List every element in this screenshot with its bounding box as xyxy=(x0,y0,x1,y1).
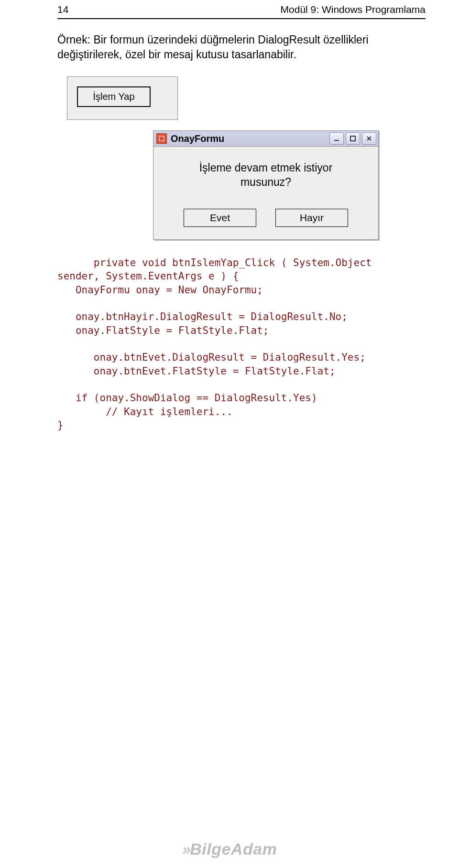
svg-rect-0 xyxy=(159,136,164,141)
titlebar: OnayFormu xyxy=(153,131,378,147)
code-line: onay.btnHayir.DialogResult = DialogResul… xyxy=(57,311,348,322)
app-icon xyxy=(156,133,167,144)
code-block: private void btnIslemYap_Click ( System.… xyxy=(57,256,426,432)
intro-paragraph: Örnek: Bir formun üzerindeki düğmelerin … xyxy=(57,32,426,62)
dialog-message-line2: musunuz? xyxy=(240,176,291,188)
dialog-message: İşleme devam etmek istiyor musunuz? xyxy=(168,161,364,190)
code-line: onay.btnEvet.DialogResult = DialogResult… xyxy=(57,352,366,363)
dialog-title: OnayFormu xyxy=(171,133,329,144)
header-title: Modül 9: Windows Programlama xyxy=(281,4,426,15)
hayir-button[interactable]: Hayır xyxy=(275,209,348,227)
header-rule xyxy=(57,18,426,19)
code-line: if (onay.ShowDialog == DialogResult.Yes) xyxy=(57,392,317,404)
code-line: // Kayıt işlemleri... xyxy=(57,406,233,418)
svg-rect-1 xyxy=(334,140,339,141)
code-line: private void btnIslemYap_Click ( System.… xyxy=(57,257,372,268)
code-line: sender, System.EventArgs e ) { xyxy=(57,270,239,282)
window-fragment: İşlem Yap xyxy=(67,76,178,120)
code-line: onay.btnEvet.FlatStyle = FlatStyle.Flat; xyxy=(57,365,336,377)
code-line: OnayFormu onay = New OnayFormu; xyxy=(57,284,263,296)
code-line: onay.FlatStyle = FlatStyle.Flat; xyxy=(57,325,269,336)
figure: İşlem Yap OnayFormu xyxy=(57,76,426,240)
footer-brand-text: BilgeAdam xyxy=(190,840,277,858)
svg-rect-2 xyxy=(350,136,355,141)
logo-arrow-icon: ›› xyxy=(182,840,189,858)
minimize-icon[interactable] xyxy=(329,132,344,145)
footer-logo: ››BilgeAdam xyxy=(0,840,459,858)
maximize-icon[interactable] xyxy=(346,132,360,145)
evet-button[interactable]: Evet xyxy=(184,209,256,227)
dialog-message-line1: İşleme devam etmek istiyor xyxy=(199,161,333,174)
dialog-window: OnayFormu İşleme devam etmek istiyor xyxy=(153,130,379,240)
page-number: 14 xyxy=(57,4,68,15)
islem-yap-button[interactable]: İşlem Yap xyxy=(77,86,151,107)
code-line: } xyxy=(57,419,64,431)
close-icon[interactable] xyxy=(362,132,376,145)
dialog-body: İşleme devam etmek istiyor musunuz? Evet… xyxy=(153,147,378,239)
